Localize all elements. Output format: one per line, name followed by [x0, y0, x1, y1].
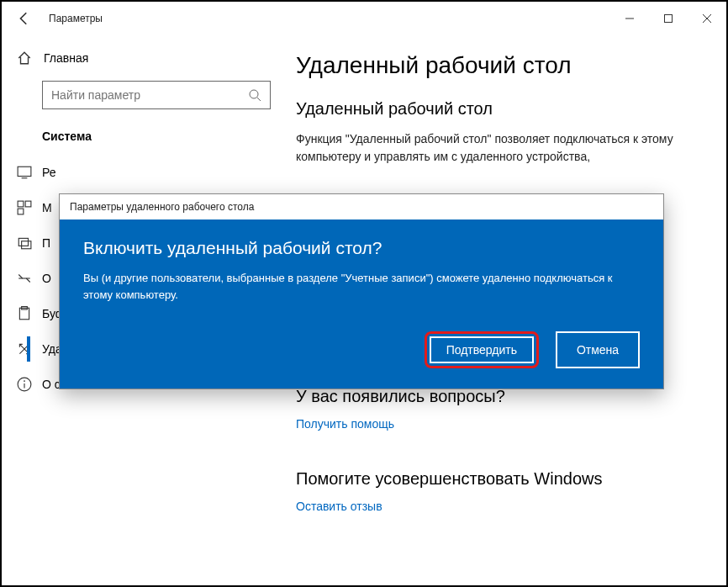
shared-icon: [17, 271, 32, 286]
back-arrow-icon[interactable]: [17, 11, 32, 26]
minimize-button[interactable]: [610, 5, 649, 32]
page-title: Удаленный рабочий стол: [296, 52, 701, 79]
info-icon: [17, 377, 32, 392]
confirm-dialog: Параметры удаленного рабочего стола Вклю…: [59, 193, 664, 389]
improve-title: Помогите усовершенствовать Windows: [296, 469, 701, 489]
clipboard-icon: [17, 306, 32, 321]
svg-line-14: [18, 275, 23, 279]
feedback-link[interactable]: Оставить отзыв: [296, 500, 382, 513]
description: Функция "Удаленный рабочий стол" позволя…: [296, 130, 701, 166]
remote-desktop-icon: [17, 341, 32, 357]
svg-rect-9: [25, 201, 31, 207]
display-icon: [17, 165, 32, 180]
svg-rect-10: [18, 209, 24, 214]
cancel-button[interactable]: Отмена: [556, 331, 640, 368]
maximize-button[interactable]: [649, 5, 688, 32]
dialog-buttons: Подтвердить Отмена: [83, 331, 640, 368]
help-link[interactable]: Получить помощь: [296, 417, 394, 431]
home-nav[interactable]: Главная: [2, 44, 288, 76]
window-controls: [610, 5, 726, 32]
svg-line-5: [257, 98, 261, 101]
svg-rect-8: [18, 201, 24, 207]
dialog-title: Параметры удаленного рабочего стола: [60, 194, 663, 219]
search-box[interactable]: [42, 81, 271, 109]
svg-rect-12: [22, 241, 31, 249]
sidebar-item-0[interactable]: Ре: [2, 155, 288, 190]
svg-rect-6: [18, 167, 31, 176]
dialog-heading: Включить удаленный рабочий стол?: [83, 238, 640, 258]
titlebar: Параметры: [2, 2, 726, 35]
search-icon: [248, 88, 261, 102]
nav-label: П: [42, 236, 50, 250]
search-input[interactable]: [51, 88, 248, 102]
section-title: Система: [2, 124, 288, 155]
projection-icon: [17, 235, 32, 251]
confirm-button[interactable]: Подтвердить: [425, 331, 539, 368]
sub-title: Удаленный рабочий стол: [296, 99, 701, 119]
dialog-body: Включить удаленный рабочий стол? Вы (и д…: [60, 219, 663, 389]
home-label: Главная: [44, 51, 88, 65]
window-title: Параметры: [49, 13, 103, 24]
close-button[interactable]: [688, 5, 726, 32]
nav-label: О: [42, 272, 51, 285]
svg-line-15: [26, 278, 30, 283]
questions-title: У вас появились вопросы?: [296, 387, 701, 406]
nav-label: М: [42, 201, 52, 214]
svg-point-4: [250, 90, 258, 98]
nav-label: Ре: [42, 166, 56, 179]
svg-rect-11: [18, 238, 28, 246]
confirm-button-label: Подтвердить: [430, 336, 534, 363]
home-icon: [17, 50, 32, 66]
dialog-text: Вы (и другие пользователи, выбранные в р…: [83, 270, 640, 303]
svg-rect-1: [665, 15, 673, 23]
svg-point-22: [24, 380, 25, 382]
multitask-icon: [17, 200, 32, 215]
